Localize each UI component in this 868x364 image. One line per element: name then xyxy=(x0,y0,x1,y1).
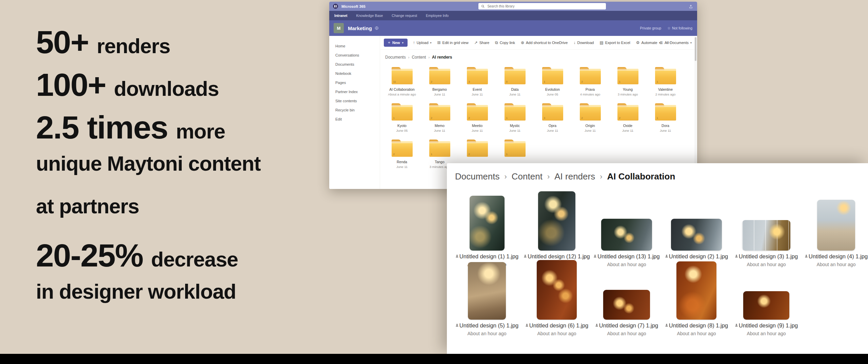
folder-icon: 2 xyxy=(467,105,488,121)
file-card-untitled-design-4-1-jpg[interactable]: Untitled design (4) 1.jpgAbout an hour a… xyxy=(801,190,868,267)
folder-name: Mystic xyxy=(510,124,520,128)
folder-event[interactable]: 3EventJune 11 xyxy=(458,66,496,102)
folder-meetio[interactable]: 2MeetioJune 11 xyxy=(458,102,496,138)
crumb-documents[interactable]: Documents xyxy=(455,171,500,182)
file-card-untitled-design-12-1-jpg[interactable]: Untitled design (12) 1.jpgAbout an hour … xyxy=(522,190,592,267)
crumb-content[interactable]: Content xyxy=(512,171,542,182)
folder-valentine[interactable]: 1Valentine2 minutes ago xyxy=(647,66,684,102)
sidebar-item-edit[interactable]: Edit xyxy=(329,114,380,124)
folder-data[interactable]: 0DataJune 11 xyxy=(496,66,534,102)
folder-dora[interactable]: 1DoraJune 11 xyxy=(647,102,684,138)
site-sidebar: HomeConversationsDocumentsNotebookPagesP… xyxy=(329,36,380,189)
nav-item-employee-info[interactable]: Employee Info xyxy=(426,14,449,18)
share-link-icon[interactable] xyxy=(689,4,693,10)
search-box[interactable] xyxy=(478,3,606,9)
export-excel-icon: ▤ xyxy=(599,40,603,45)
share-button[interactable]: ↗Share xyxy=(474,40,489,45)
folder-name: Bergamo xyxy=(432,87,447,91)
stat-value: 100+ xyxy=(36,66,106,103)
crumb-content[interactable]: Content xyxy=(412,55,426,60)
folder-modified-time: June 11 xyxy=(434,92,445,96)
crumb-ai-collaboration[interactable]: AI Collaboration xyxy=(607,171,675,182)
breadcrumb-separator: › xyxy=(428,55,430,59)
folder-icon: 1 xyxy=(505,105,526,121)
automate-button[interactable]: ⚙Automate▾ xyxy=(636,40,660,45)
folder-item-count: 0 xyxy=(506,80,508,83)
folder-name: Dora xyxy=(662,124,669,128)
search-input[interactable] xyxy=(487,4,603,8)
sidebar-item-partner-index[interactable]: Partner Index xyxy=(329,87,380,96)
folder-name: Kyoto xyxy=(397,124,407,128)
upload-button[interactable]: ↑Upload▾ xyxy=(413,40,432,45)
file-card-untitled-design-13-1-jpg[interactable]: Untitled design (13) 1.jpgAbout an hour … xyxy=(592,190,662,267)
crumb-documents[interactable]: Documents xyxy=(385,55,406,60)
file-card-untitled-design-7-1-jpg[interactable]: Untitled design (7) 1.jpgAbout an hour a… xyxy=(592,259,662,336)
edit-in-grid-view-button[interactable]: ⊞Edit in grid view xyxy=(437,40,469,45)
search-icon xyxy=(481,4,485,8)
stat-label: decrease xyxy=(151,248,238,271)
sidebar-item-conversations[interactable]: Conversations xyxy=(329,50,380,60)
file-thumbnail xyxy=(676,261,716,320)
sidebar-item-pages[interactable]: Pages xyxy=(329,78,380,87)
nav-item-change-request[interactable]: Change request xyxy=(392,14,417,18)
follow-button[interactable]: ☆ Not following xyxy=(667,26,692,30)
crumb-ai-renders[interactable]: AI renders xyxy=(432,55,452,60)
add-shortcut-to-onedrive-button[interactable]: ⊕Add shortcut to OneDrive xyxy=(521,40,568,45)
nav-item-knowledge-base[interactable]: Knowledge Base xyxy=(356,14,383,18)
export-to-excel-button[interactable]: ▤Export to Excel xyxy=(599,40,630,45)
new-button[interactable]: + New ▾ xyxy=(384,39,408,47)
file-thumbnail xyxy=(537,260,577,320)
folder-modified-time: 2 minutes ago xyxy=(655,92,676,96)
copy-link-button[interactable]: ⧉Copy link xyxy=(495,40,515,45)
folder-item-count: 3 xyxy=(469,80,470,83)
folder-oxide[interactable]: 2OxideJune 11 xyxy=(609,102,647,138)
folder-evolution[interactable]: 1EvolutionJune 05 xyxy=(534,66,571,102)
folder-icon: 3 xyxy=(467,69,488,84)
file-card-untitled-design-1-1-jpg[interactable]: Untitled design (1) 1.jpgAbout an hour a… xyxy=(452,190,522,267)
file-card-untitled-design-9-1-jpg[interactable]: Untitled design (9) 1.jpgAbout an hour a… xyxy=(731,259,801,336)
folder-name: Renda xyxy=(397,160,407,164)
breadcrumb-separator: › xyxy=(505,172,507,181)
file-card-untitled-design-6-1-jpg[interactable]: Untitled design (6) 1.jpgAbout an hour a… xyxy=(522,259,592,336)
folder-young[interactable]: 1Young3 minutes ago xyxy=(609,66,647,102)
folder-item-count: 1 xyxy=(393,116,395,120)
folder-icon: 2 xyxy=(429,105,450,121)
file-card-untitled-design-3-1-jpg[interactable]: Untitled design (3) 1.jpgAbout an hour a… xyxy=(731,190,801,267)
shared-person-icon xyxy=(455,253,459,259)
view-selector-button[interactable]: ≣ All Documents ▾ xyxy=(659,40,692,45)
file-card-untitled-design-5-1-jpg[interactable]: Untitled design (5) 1.jpgAbout an hour a… xyxy=(452,259,522,336)
folder-bergamo[interactable]: 2BergamoJune 11 xyxy=(421,66,458,102)
slide-bottom-bar xyxy=(0,354,868,364)
file-card-untitled-design-8-1-jpg[interactable]: Untitled design (8) 1.jpgAbout an hour a… xyxy=(662,259,731,336)
crumb-ai-renders[interactable]: AI renders xyxy=(554,171,595,182)
folder-opra[interactable]: 3OpraJune 11 xyxy=(534,102,571,138)
folder-mystic[interactable]: 1MysticJune 11 xyxy=(496,102,534,138)
stat-line-at-partners: at partners xyxy=(36,194,261,237)
download-button[interactable]: ↓Download xyxy=(573,40,594,45)
shared-person-icon xyxy=(735,253,738,259)
sidebar-item-recycle-bin[interactable]: Recycle bin xyxy=(329,105,380,114)
folder-renda[interactable]: 2RendaJune 11 xyxy=(383,138,421,174)
team-avatar: M xyxy=(334,23,344,33)
folder-modified-time: June 11 xyxy=(622,129,633,132)
folder-item-count: 3 xyxy=(544,116,545,120)
folder-ai-collaboration[interactable]: 11AI CollaborationAbout a minute ago xyxy=(383,66,421,102)
folder-kyoto[interactable]: 1KyotoJune 05 xyxy=(383,102,421,138)
scrollbar-thumb[interactable] xyxy=(695,37,696,61)
folder-origin[interactable]: 2OriginJune 11 xyxy=(571,102,609,138)
app-launcher-icon[interactable] xyxy=(333,4,338,9)
sidebar-item-site-contents[interactable]: Site contents xyxy=(329,96,380,105)
sidebar-item-notebook[interactable]: Notebook xyxy=(329,69,380,78)
sidebar-item-home[interactable]: Home xyxy=(329,41,380,50)
folder-modified-time: June 11 xyxy=(660,129,671,132)
sidebar-item-documents[interactable]: Documents xyxy=(329,60,380,69)
nav-item-intranet[interactable]: Intranet xyxy=(334,14,348,18)
folder-prava[interactable]: 2Prava4 minutes ago xyxy=(571,66,609,102)
folder-memo[interactable]: 2MemoJune 11 xyxy=(421,102,458,138)
stat-line-unique-content: unique Maytoni content xyxy=(36,152,261,194)
site-navbar: IntranetKnowledge BaseChange requestEmpl… xyxy=(329,11,697,20)
folder-modified-time: June 11 xyxy=(547,129,558,132)
file-card-untitled-design-2-1-jpg[interactable]: Untitled design (2) 1.jpgAbout an hour a… xyxy=(662,190,731,267)
chevron-down-icon: ▾ xyxy=(430,41,432,44)
folder-item-count: 2 xyxy=(393,153,395,156)
